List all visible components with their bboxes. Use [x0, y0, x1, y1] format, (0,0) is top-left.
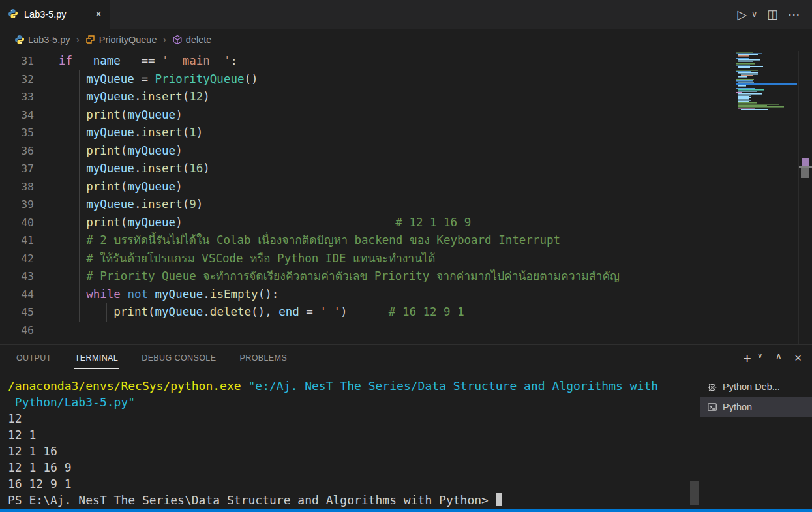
code-line-37[interactable]: 37 myQueue.insert(16): [0, 160, 812, 178]
code-line-38[interactable]: 38 print(myQueue): [0, 178, 812, 196]
panel-body: /anaconda3/envs/RecSys/python.exe "e:/Aj…: [0, 372, 812, 509]
line-number[interactable]: 46: [0, 322, 34, 340]
code-text: myQueue.insert(9): [34, 196, 203, 214]
code-text: myQueue.insert(12): [34, 88, 210, 106]
terminal-output[interactable]: /anaconda3/envs/RecSys/python.exe "e:/Aj…: [0, 372, 700, 509]
panel-tabs: OUTPUTTERMINALDEBUG CONSOLEPROBLEMS: [16, 349, 310, 369]
code-text: while not myQueue.isEmpty():: [34, 286, 278, 304]
run-dropdown-chevron-icon[interactable]: ∨: [751, 10, 757, 19]
line-number[interactable]: 45: [0, 303, 34, 322]
line-number[interactable]: 44: [0, 286, 34, 304]
close-tab-icon[interactable]: ×: [95, 8, 102, 21]
new-terminal-button[interactable]: +: [744, 351, 751, 367]
terminal-line: 12: [8, 410, 700, 427]
code-text: [34, 322, 59, 340]
more-actions-button[interactable]: ⋯: [788, 7, 800, 22]
maximize-panel-icon[interactable]: ∧: [775, 351, 782, 367]
panel-actions: + ∨ ∧ ×: [744, 351, 802, 367]
terminal-line: 12 1 16: [8, 443, 700, 459]
code-text: print(myQueue): [34, 142, 183, 160]
python-icon: [14, 35, 25, 45]
terminal-scrollbar[interactable]: [690, 481, 699, 505]
line-number[interactable]: 41: [0, 232, 34, 250]
line-number[interactable]: 31: [0, 52, 34, 70]
line-number[interactable]: 36: [0, 142, 34, 160]
panel-tab-output[interactable]: OUTPUT: [16, 349, 52, 369]
bottom-panel: OUTPUTTERMINALDEBUG CONSOLEPROBLEMS + ∨ …: [0, 344, 812, 509]
line-number[interactable]: 40: [0, 214, 34, 232]
code-line-40[interactable]: 40 print(myQueue) # 12 1 16 9: [0, 214, 812, 232]
code-line-42[interactable]: 42 # ให้รันด้วยโปรแกรม VSCode หรือ Pytho…: [0, 250, 812, 268]
code-line-31[interactable]: 31if __name__ == '__main__':: [0, 52, 812, 70]
status-accent-strip: [0, 509, 812, 512]
panel-tab-problems[interactable]: PROBLEMS: [239, 349, 288, 369]
code-text: # ให้รันด้วยโปรแกรม VSCode หรือ Python I…: [34, 250, 435, 268]
minimap[interactable]: [736, 51, 797, 115]
code-line-36[interactable]: 36 print(myQueue): [0, 142, 812, 160]
editor-actions: ▷ ∨ ◫ ⋯: [738, 0, 812, 29]
code-line-43[interactable]: 43 # Priority Queue จะทำการจัดเรียงคิวตา…: [0, 267, 812, 286]
panel-tab-debug-console[interactable]: DEBUG CONSOLE: [141, 349, 217, 369]
code-text: myQueue.insert(1): [34, 124, 203, 142]
editor-tab-bar: Lab3-5.py × ▷ ∨ ◫ ⋯: [0, 0, 812, 29]
line-number[interactable]: 35: [0, 124, 34, 142]
line-number[interactable]: 34: [0, 106, 34, 125]
code-text: # Priority Queue จะทำการจัดเรียงคิวตามค่…: [34, 267, 620, 286]
terminal-line: PS E:\Aj. NesT The Series\Data Structure…: [8, 492, 700, 508]
line-number[interactable]: 33: [0, 88, 34, 106]
close-panel-icon[interactable]: ×: [794, 351, 802, 367]
panel-header: OUTPUTTERMINALDEBUG CONSOLEPROBLEMS + ∨ …: [0, 345, 812, 372]
split-editor-button[interactable]: ◫: [767, 7, 778, 22]
panel-tab-terminal[interactable]: TERMINAL: [74, 349, 119, 369]
run-python-file-button[interactable]: ▷: [738, 7, 747, 22]
terminal-cursor: [496, 493, 502, 506]
terminal-list: Python Deb...Python: [700, 372, 812, 509]
code-lines: 31if __name__ == '__main__':32 myQueue =…: [0, 52, 812, 339]
code-line-34[interactable]: 34 print(myQueue): [0, 106, 812, 125]
editor-scrollbar-handle[interactable]: [801, 168, 809, 178]
code-line-35[interactable]: 35 myQueue.insert(1): [0, 124, 812, 142]
line-number[interactable]: 43: [0, 267, 34, 286]
terminal-line: 16 12 9 1: [8, 475, 700, 492]
code-text: print(myQueue) # 12 1 16 9: [34, 214, 471, 232]
breadcrumb: Lab3-5.py›PriorityQueue›delete: [0, 29, 812, 51]
terminal-list-label: Python: [723, 402, 752, 412]
terminal-dropdown-chevron-icon[interactable]: ∨: [757, 351, 763, 367]
code-text: print(myQueue): [34, 106, 183, 125]
code-line-41[interactable]: 41 # 2 บรรทัดนี้รันไม่ได้ใน Colab เนื่อง…: [0, 232, 812, 250]
terminal-line: 12 1: [8, 427, 700, 443]
tab-lab3-5-py[interactable]: Lab3-5.py ×: [0, 0, 110, 29]
terminal-list-item-python-deb-[interactable]: Python Deb...: [700, 376, 812, 397]
breadcrumb-separator: ›: [76, 34, 80, 46]
debug-console-icon: [707, 382, 717, 392]
code-text: print(myQueue): [34, 178, 183, 196]
minimap-border: [798, 51, 799, 344]
line-number[interactable]: 37: [0, 160, 34, 178]
code-line-39[interactable]: 39 myQueue.insert(9): [0, 196, 812, 214]
indent-guide: [79, 70, 80, 322]
line-number[interactable]: 42: [0, 250, 34, 268]
terminal-icon: [707, 402, 717, 412]
code-line-32[interactable]: 32 myQueue = PriorityQueue(): [0, 70, 812, 89]
line-number[interactable]: 39: [0, 196, 34, 214]
breadcrumb-label: Lab3-5.py: [28, 35, 70, 45]
code-line-46[interactable]: 46: [0, 322, 812, 340]
terminal-list-item-python[interactable]: Python: [700, 397, 812, 417]
code-line-33[interactable]: 33 myQueue.insert(12): [0, 88, 812, 106]
breadcrumb-label: PriorityQueue: [99, 35, 157, 45]
breadcrumb-item-delete[interactable]: delete: [172, 35, 212, 45]
line-number[interactable]: 32: [0, 70, 34, 89]
line-number[interactable]: 38: [0, 178, 34, 196]
code-line-44[interactable]: 44 while not myQueue.isEmpty():: [0, 286, 812, 304]
symbol-method-icon: [172, 35, 183, 45]
breadcrumb-item-priorityqueue[interactable]: PriorityQueue: [85, 35, 157, 45]
code-line-45[interactable]: 45 print(myQueue.delete(), end = ' ') # …: [0, 303, 812, 322]
tab-label: Lab3-5.py: [24, 9, 67, 20]
indent-guide: [106, 303, 107, 322]
code-text: myQueue.insert(16): [34, 160, 210, 178]
code-editor[interactable]: 31if __name__ == '__main__':32 myQueue =…: [0, 51, 812, 344]
python-file-icon: [8, 8, 18, 21]
breadcrumb-item-lab3-5-py[interactable]: Lab3-5.py: [14, 35, 70, 45]
breadcrumb-separator: ›: [162, 34, 166, 46]
code-text: myQueue = PriorityQueue(): [34, 70, 258, 89]
